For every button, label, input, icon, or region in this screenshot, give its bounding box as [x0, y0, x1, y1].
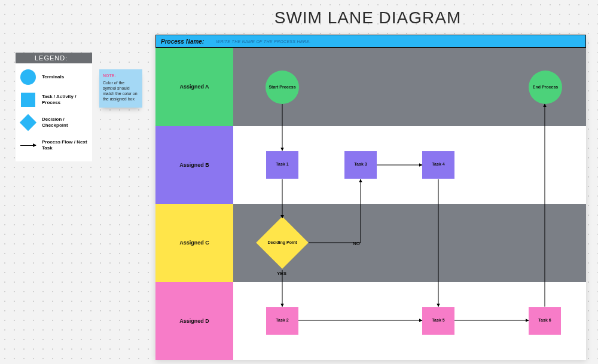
lane-b-label: Assigned B	[155, 126, 233, 204]
node-task5: Task 5	[422, 307, 454, 335]
node-end: End Process	[529, 71, 562, 104]
diamond-text: Deciding Point	[264, 224, 301, 261]
legend-label: Task / Activity / Process	[42, 94, 87, 105]
lane-b-body: Task 1 Task 3 Task 4	[233, 126, 586, 204]
process-name-hint: WRITE THE NAME OF THE PROCESS HERE.	[216, 39, 310, 44]
legend-item-task: Task / Activity / Process	[20, 92, 87, 108]
circle-icon	[20, 69, 36, 85]
node-task3: Task 3	[344, 151, 377, 179]
legend-header: LEGEND:	[16, 53, 92, 63]
edge-label-yes: YES	[277, 271, 286, 276]
legend-body: Terminals Task / Activity / Process Deci…	[16, 63, 92, 161]
edge-label-no: NO	[353, 241, 360, 246]
node-decide: Deciding Point	[264, 224, 301, 261]
legend-label: Terminals	[42, 74, 64, 80]
diamond-icon	[20, 115, 36, 130]
arrow-icon	[20, 137, 36, 153]
lane-d-body: Task 2 Task 5 Task 6	[233, 282, 586, 360]
page-title: SWIM LANE DIAGRAM	[155, 8, 580, 27]
lane-a-label: Assigned A	[155, 48, 233, 126]
lanes: Assigned A Start Process End Process Ass…	[155, 48, 586, 360]
legend-item-terminals: Terminals	[20, 69, 87, 85]
square-icon	[20, 92, 36, 108]
lane-a-body: Start Process End Process	[233, 48, 586, 126]
swimlane-diagram: Process Name: WRITE THE NAME OF THE PROC…	[155, 35, 586, 360]
legend-item-flow: Process Flow / Next Task	[20, 137, 87, 153]
node-task1: Task 1	[266, 151, 298, 179]
node-task4: Task 4	[422, 151, 454, 179]
lane-d: Assigned D Task 2 Task 5 Task 6	[155, 282, 586, 360]
legend-label: Decision / Checkpoint	[42, 117, 87, 128]
lane-c: Assigned C Deciding Point NO YES	[155, 204, 586, 282]
legend-panel: LEGEND: Terminals Task / Activity / Proc…	[16, 53, 92, 161]
lane-b: Assigned B Task 1 Task 3 Task 4	[155, 126, 586, 204]
note-body: Color of the symbol should match the col…	[103, 80, 139, 102]
node-start: Start Process	[266, 71, 299, 104]
lane-c-body: Deciding Point NO YES	[233, 204, 586, 282]
lane-d-label: Assigned D	[155, 282, 233, 360]
process-name-label: Process Name:	[161, 38, 204, 45]
diagram-header: Process Name: WRITE THE NAME OF THE PROC…	[155, 35, 586, 48]
legend-label: Process Flow / Next Task	[42, 139, 87, 151]
node-task6: Task 6	[529, 307, 561, 335]
node-task2: Task 2	[266, 307, 298, 335]
note-title: NOTE:	[103, 73, 139, 78]
lane-c-label: Assigned C	[155, 204, 233, 282]
lane-a: Assigned A Start Process End Process	[155, 48, 586, 126]
legend-item-decision: Decision / Checkpoint	[20, 115, 87, 130]
note-card: NOTE: Color of the symbol should match t…	[99, 69, 142, 108]
